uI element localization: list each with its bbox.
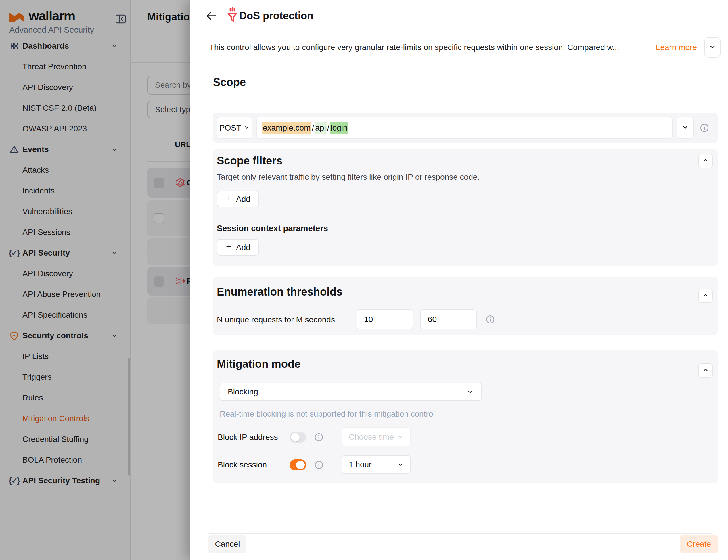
scope-filters-description: Target only relevant traffic by setting … [217, 172, 480, 182]
back-arrow-icon[interactable] [205, 9, 218, 22]
chevron-down-icon [244, 123, 250, 133]
create-label: Create [687, 540, 711, 549]
block-session-time-value: 1 hour [349, 460, 371, 469]
info-icon[interactable] [485, 314, 495, 325]
add-scope-filter-button[interactable]: Add [217, 191, 259, 207]
plus-icon [225, 243, 233, 252]
realtime-blocking-note: Real-time blocking is not supported for … [220, 409, 435, 419]
url-expand-button[interactable] [677, 117, 694, 139]
dos-protection-panel: DoS protection This control allows you t… [190, 0, 728, 560]
toggle-knob [291, 433, 300, 442]
panel-title: DoS protection [239, 10, 313, 22]
plus-icon [225, 194, 233, 204]
enumeration-label: N unique requests for M seconds [217, 315, 335, 324]
scope-filters-card: Scope filters Target only relevant traff… [213, 149, 718, 266]
info-icon[interactable] [314, 460, 324, 470]
add-session-parameter-button[interactable]: Add [217, 239, 259, 256]
session-context-heading: Session context parameters [217, 224, 328, 233]
mitigation-heading: Mitigation mode [217, 358, 300, 370]
url-segment-slash: / [327, 122, 330, 134]
m-seconds-input[interactable] [420, 309, 477, 329]
collapse-section-button[interactable] [698, 289, 713, 303]
chevron-down-icon [708, 43, 717, 52]
collapse-section-button[interactable] [698, 363, 713, 378]
scope-url-input[interactable]: example.com / api / login [256, 117, 673, 139]
divider [190, 63, 728, 63]
block-ip-time-select[interactable]: Choose time [342, 427, 411, 446]
create-button[interactable]: Create [680, 535, 718, 553]
chevron-down-icon [681, 124, 689, 132]
block-session-time-select[interactable]: 1 hour [342, 455, 411, 474]
url-segment-api: api [315, 122, 326, 134]
block-ip-toggle[interactable] [290, 432, 306, 443]
panel-description-row: This control allows you to configure ver… [190, 32, 728, 63]
panel-header: DoS protection [190, 0, 728, 32]
mitigation-mode-card: Mitigation mode Blocking Real-time block… [213, 350, 718, 483]
mitigation-mode-select[interactable]: Blocking [220, 383, 482, 401]
enumeration-thresholds-card: Enumeration thresholds N unique requests… [213, 277, 718, 335]
mitigation-mode-value: Blocking [228, 387, 258, 396]
toggle-knob [296, 461, 305, 469]
add-button-label: Add [236, 243, 250, 252]
dos-funnel-icon [225, 7, 240, 25]
info-icon[interactable] [314, 432, 324, 442]
chevron-down-icon [397, 461, 404, 468]
collapse-section-button[interactable] [698, 154, 713, 168]
learn-more-link[interactable]: Learn more [656, 43, 697, 52]
scope-row: POST example.com / api / login [213, 113, 718, 143]
chevron-up-icon [702, 366, 709, 375]
chevron-down-icon [397, 434, 404, 440]
method-value: POST [219, 123, 241, 133]
scope-filters-heading: Scope filters [217, 155, 282, 167]
info-icon[interactable] [700, 123, 709, 133]
chevron-down-icon [467, 388, 474, 395]
app-root: wallarm Advanced API Security Dashboards… [0, 0, 728, 560]
chevron-up-icon [702, 291, 709, 300]
url-segment-slash: / [311, 122, 315, 134]
scope-heading: Scope [213, 76, 246, 89]
block-ip-time-value: Choose time [349, 432, 394, 442]
n-requests-input[interactable] [357, 309, 413, 329]
expand-description-button[interactable] [704, 37, 721, 58]
block-session-toggle[interactable] [290, 459, 306, 470]
block-session-label: Block session [218, 460, 267, 469]
footer-divider [208, 533, 712, 534]
block-ip-label: Block IP address [218, 433, 278, 442]
add-button-label: Add [236, 195, 250, 204]
cancel-label: Cancel [215, 540, 240, 549]
enumeration-heading: Enumeration thresholds [217, 286, 342, 298]
panel-description: This control allows you to configure ver… [209, 43, 648, 52]
url-segment-host: example.com [262, 122, 311, 134]
url-segment-login: login [330, 122, 348, 134]
method-select[interactable]: POST [217, 117, 252, 139]
chevron-up-icon [702, 157, 709, 165]
cancel-button[interactable]: Cancel [208, 535, 246, 553]
